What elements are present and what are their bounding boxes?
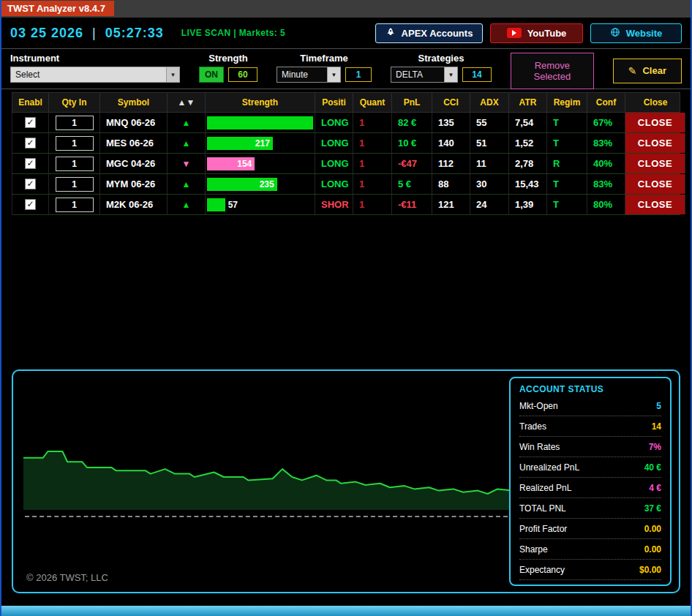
strength-value-input[interactable]: [228, 67, 257, 82]
account-metric-value: 7%: [649, 442, 661, 452]
adx-value: 51: [476, 138, 486, 149]
apex-accounts-button[interactable]: APEX Accounts: [375, 23, 483, 43]
qty-in-field[interactable]: [56, 116, 94, 130]
account-metric-label: Profit Factor: [519, 524, 567, 534]
timeframe-label: Timeframe: [277, 53, 372, 64]
account-status-row: Mkt-Open5: [519, 396, 661, 416]
table-row: ✓M2K 06-26▲57SHOR1-€11121241,39T80%CLOSE: [12, 195, 680, 215]
column-header-qty-in: Qty In: [49, 93, 100, 112]
timeframe-select[interactable]: Minute ▼: [277, 67, 341, 83]
strategies-label: Strategies: [391, 53, 492, 64]
instrument-label: Instrument: [10, 53, 180, 64]
website-label: Website: [626, 28, 663, 39]
timeframe-number-input[interactable]: [345, 67, 372, 82]
strength-bar: [207, 116, 313, 129]
cci-value: 140: [438, 138, 454, 149]
column-header-regim: Regim: [547, 93, 587, 112]
strength-group: Strength ON: [199, 53, 257, 83]
strength-bar: 154: [207, 157, 255, 170]
youtube-button[interactable]: YouTube: [490, 23, 583, 43]
account-metric-label: TOTAL PNL: [519, 503, 566, 514]
column-header-positi: Positi: [315, 93, 353, 112]
strength-bar: 217: [207, 137, 273, 150]
strength-value: 217: [255, 138, 273, 149]
strength-bar: 235: [207, 178, 277, 191]
table-row: ✓MES 06-26▲217LONG110 €140511,52T83%CLOS…: [12, 133, 680, 154]
brush-icon: ✎: [628, 65, 637, 77]
direction-up-icon: ▲: [182, 179, 191, 189]
strength-label: Strength: [199, 53, 257, 64]
website-button[interactable]: Website: [590, 23, 682, 43]
atr-value: 2,78: [515, 158, 533, 169]
row-enabled-checkbox[interactable]: ✓: [25, 158, 36, 169]
pnl-value: 5 €: [398, 179, 411, 189]
account-status-row: TOTAL PNL37 €: [519, 498, 661, 519]
rocket-icon: [386, 27, 396, 40]
account-status-row: Realized PnL4 €: [519, 478, 661, 498]
close-position-button[interactable]: CLOSE: [625, 133, 685, 153]
instrument-select[interactable]: Select ▼: [10, 67, 180, 83]
account-metric-value: 40 €: [644, 462, 661, 473]
account-status-row: Sharpe0.00: [519, 539, 661, 560]
position-label: LONG: [321, 138, 349, 149]
adx-value: 30: [476, 179, 486, 189]
regime-value: T: [553, 138, 559, 149]
live-scan-status: LIVE SCAN | Markets: 5: [181, 28, 285, 38]
account-status-title: ACCOUNT STATUS: [519, 384, 661, 394]
row-enabled-checkbox[interactable]: ✓: [25, 199, 36, 210]
remove-selected-button[interactable]: Remove Selected: [511, 53, 594, 89]
column-header-enabl: Enabl: [12, 93, 49, 112]
account-metric-label: Mkt-Open: [519, 401, 558, 411]
strength-value: 57: [225, 200, 238, 210]
strategies-select[interactable]: DELTA ▼: [391, 67, 458, 83]
account-metric-value: 5: [656, 401, 661, 411]
regime-value: T: [553, 117, 559, 128]
column-header-sort: ▲▼: [168, 93, 206, 112]
direction-up-icon: ▲: [182, 118, 191, 128]
cci-value: 121: [438, 199, 454, 210]
symbol-label: MNQ 06-26: [106, 117, 155, 128]
strength-on-toggle[interactable]: ON: [199, 67, 224, 83]
header-row: 03 25 2026 | 05:27:33 LIVE SCAN | Market…: [1, 18, 691, 48]
account-metric-value: $0.00: [639, 565, 661, 575]
pnl-value: 82 €: [398, 117, 416, 128]
qty-in-field[interactable]: [56, 177, 94, 192]
account-status-panel: ACCOUNT STATUS Mkt-Open5Trades14Win Rate…: [509, 377, 672, 586]
account-status-row: Win Rates7%: [519, 437, 661, 457]
close-position-button[interactable]: CLOSE: [625, 154, 685, 173]
clear-button[interactable]: ✎ Clear: [613, 59, 682, 83]
atr-value: 1,52: [515, 138, 533, 149]
row-enabled-checkbox[interactable]: ✓: [25, 138, 36, 149]
direction-down-icon: ▼: [182, 159, 191, 169]
quantity-value: 1: [359, 138, 364, 149]
qty-in-field[interactable]: [56, 157, 94, 171]
column-header-pnl: PnL: [392, 93, 432, 112]
qty-in-field[interactable]: [56, 198, 94, 212]
strength-bar-cell: 217: [206, 133, 315, 153]
close-position-button[interactable]: CLOSE: [625, 113, 685, 132]
row-enabled-checkbox[interactable]: ✓: [25, 117, 36, 128]
close-position-button[interactable]: CLOSE: [625, 195, 685, 214]
quantity-value: 1: [359, 117, 364, 128]
titlebar: TWST Analyzer v8.4.7: [1, 0, 691, 18]
account-metric-value: 37 €: [644, 503, 661, 514]
bottom-panel: © 2026 TWST; LLC ACCOUNT STATUS Mkt-Open…: [12, 369, 680, 593]
account-metric-label: Expectancy: [519, 565, 565, 575]
row-enabled-checkbox[interactable]: ✓: [25, 179, 36, 189]
symbol-label: M2K 06-26: [106, 199, 153, 210]
strength-value: 154: [237, 159, 255, 169]
account-status-row: Expectancy$0.00: [519, 560, 661, 580]
table-row: ✓MYM 06-26▲235LONG15 €883015,43T83%CLOSE: [12, 174, 680, 195]
account-status-row: Unrealized PnL40 €: [519, 457, 661, 478]
copyright-text: © 2026 TWST; LLC: [26, 572, 108, 583]
strategies-number-input[interactable]: [462, 67, 492, 82]
close-position-button[interactable]: CLOSE: [625, 174, 685, 194]
column-header-conf: Conf: [587, 93, 625, 112]
qty-in-field[interactable]: [56, 136, 94, 151]
youtube-label: YouTube: [527, 28, 567, 39]
account-status-row: Trades14: [519, 416, 661, 437]
column-header-quant: Quant: [353, 93, 392, 112]
globe-icon: [610, 27, 620, 40]
position-label: LONG: [321, 158, 349, 169]
position-label: LONG: [321, 179, 349, 189]
